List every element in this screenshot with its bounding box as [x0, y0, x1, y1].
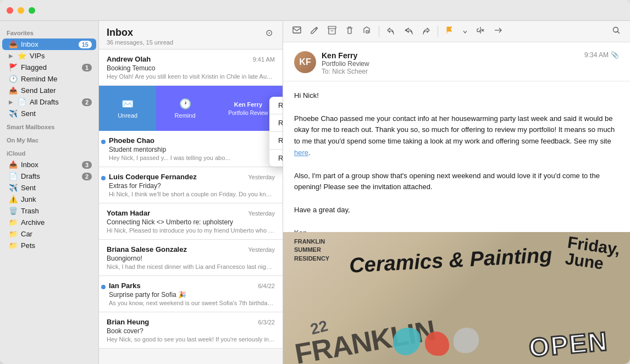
send-later-icon: 📤 [9, 86, 18, 95]
list-item[interactable]: Andrew Olah 9:41 AM Booking Temuco Hey O… [99, 49, 283, 86]
flag-button[interactable] [443, 24, 457, 38]
message-time: Yesterday [248, 210, 275, 217]
reply-all-button[interactable] [401, 24, 416, 38]
message-preview: Nick, I had the nicest dinner with Lia a… [107, 263, 275, 270]
list-item[interactable]: Ian Parks 6/4/22 Surprise party for Sofi… [99, 276, 283, 312]
sidebar-item-remind-me[interactable]: 🕐 Remind Me [2, 73, 96, 85]
email-paragraph-2: Also, I'm part of a group show that's op… [294, 170, 619, 194]
portfolio-link[interactable]: here [294, 148, 308, 157]
inbox-badge: 15 [79, 41, 92, 48]
open-label: OPEN [528, 326, 609, 363]
remind-1hour[interactable]: Remind me in 1 hour [269, 97, 283, 114]
sidebar-item-icloud-inbox[interactable]: 📥 Inbox 3 [2, 159, 96, 170]
remind-swipe-button[interactable]: 🕐 Remind [156, 86, 213, 131]
svg-rect-0 [293, 27, 301, 33]
sidebar-label-inbox: Inbox [21, 40, 75, 48]
sidebar-item-inbox[interactable]: 📥 Inbox 15 [2, 38, 96, 50]
unread-label: Unread [118, 112, 137, 119]
attachment-icon: 📎 [611, 51, 619, 59]
avatar: KF [294, 51, 316, 73]
list-item[interactable]: Phoebe Chao Student mentorship Hey Nick,… [99, 131, 283, 167]
ken-sender: Ken Ferry [234, 101, 262, 108]
teal-bubble [393, 328, 421, 355]
sidebar-item-icloud-sent[interactable]: ✈️ Sent [2, 182, 96, 194]
exhibit-image: FRANKLINSUMMERRESIDENCY Friday,June Cera… [283, 232, 630, 364]
message-sender: Luis Coderque Fernandez [109, 173, 197, 181]
colored-bubbles [393, 327, 479, 356]
move-button[interactable] [360, 24, 374, 38]
message-subject: Buongiorno! [107, 255, 275, 262]
ceramics-painting-label: Ceramics & Painting [349, 243, 552, 277]
all-drafts-badge: 2 [82, 98, 92, 106]
sidebar-item-sent[interactable]: ✈️ Sent [2, 108, 96, 119]
close-button[interactable] [7, 7, 13, 14]
sidebar-item-all-drafts[interactable]: ▶ 📄 All Drafts 2 [2, 96, 96, 108]
reply-button[interactable] [384, 24, 398, 38]
toolbar-separator-2 [438, 26, 438, 37]
list-item[interactable]: Yotam Hadar Yesterday Connecting Nick <>… [99, 203, 283, 240]
icloud-drafts-badge: 2 [82, 173, 92, 180]
message-preview: Hey Nick, so good to see you last week! … [107, 336, 275, 343]
on-my-mac-section-label: On My Mac [0, 133, 98, 146]
icloud-section-label: iCloud [0, 146, 98, 159]
icloud-sent-icon: ✈️ [9, 184, 18, 192]
message-list-header: Inbox ⊙ 36 messages, 15 unread [99, 21, 283, 49]
message-item-header: Briana Salese Gonzalez Yesterday [107, 245, 275, 253]
message-sender: Phoebe Chao [109, 136, 154, 145]
sidebar-item-icloud-pets[interactable]: 📁 Pets [2, 240, 96, 251]
minimize-button[interactable] [18, 7, 24, 14]
trash-button[interactable] [342, 24, 357, 38]
more-toolbar-button[interactable] [491, 24, 505, 38]
list-item[interactable]: Brian Heung 6/3/22 Book cover? Hey Nick,… [99, 312, 283, 349]
flag-dropdown-button[interactable] [460, 25, 470, 38]
email-greeting: Hi Nick! [294, 90, 619, 102]
message-preview: Hi Nick, Pleased to introduce you to my … [107, 227, 275, 234]
mail-window: Favorites 📥 Inbox 15 ▶ ⭐ VIPs 🚩 Flagged … [0, 0, 630, 364]
remind-dropdown: Remind me in 1 hour Remind me Tonight Re… [269, 97, 283, 167]
message-time: Yesterday [248, 246, 275, 253]
filter-button[interactable]: ⊙ [263, 26, 275, 39]
sidebar-item-icloud-car[interactable]: 📁 Car [2, 228, 96, 240]
sidebar-label-icloud-archive: Archive [21, 218, 92, 227]
message-list-subtitle: 36 messages, 15 unread [107, 39, 275, 46]
toolbar-separator [379, 26, 379, 37]
remind-tonight[interactable]: Remind me Tonight [269, 114, 283, 131]
sidebar-item-icloud-drafts[interactable]: 📄 Drafts 2 [2, 170, 96, 182]
remind-later[interactable]: Remind me Later... [269, 150, 283, 167]
icloud-archive-icon: 📁 [9, 218, 18, 227]
email-from-info: Ken Ferry Portfolio Review To: Nick Sche… [322, 51, 579, 75]
email-closing: Have a great day, [294, 205, 619, 216]
sidebar-item-icloud-trash[interactable]: 🗑️ Trash [2, 205, 96, 217]
search-button[interactable] [609, 24, 623, 38]
unread-indicator [101, 176, 106, 180]
list-item[interactable]: Briana Salese Gonzalez Yesterday Buongio… [99, 240, 283, 276]
list-item[interactable]: Luis Coderque Fernandez Yesterday Extras… [99, 167, 283, 203]
message-subject: Connecting Nick <> Umberto re: upholster… [107, 218, 275, 226]
mute-button[interactable] [473, 24, 488, 38]
sidebar-item-icloud-junk[interactable]: ⚠️ Junk [2, 194, 96, 205]
swipe-actions: ✉️ Unread 🕐 Remind Ken Ferry Portfolio R… [99, 86, 283, 131]
icloud-car-icon: 📁 [9, 230, 18, 238]
sidebar-item-flagged[interactable]: 🚩 Flagged 1 [2, 62, 96, 73]
maximize-button[interactable] [29, 7, 35, 14]
icloud-junk-icon: ⚠️ [9, 195, 18, 203]
ken-subject: Portfolio Review [228, 110, 268, 116]
remind-icon: 🕐 [179, 98, 191, 110]
sidebar-item-vips[interactable]: ▶ ⭐ VIPs [2, 50, 96, 62]
icloud-trash-icon: 🗑️ [9, 207, 18, 215]
forward-button[interactable] [419, 24, 433, 38]
sidebar-item-send-later[interactable]: 📤 Send Later [2, 85, 96, 96]
archive-button[interactable] [325, 24, 339, 38]
compose-button[interactable] [307, 24, 322, 38]
unread-swipe-button[interactable]: ✉️ Unread [99, 86, 156, 131]
all-drafts-icon: 📄 [18, 98, 26, 106]
email-header: KF Ken Ferry Portfolio Review To: Nick S… [283, 42, 630, 81]
email-timestamp: 9:34 AM 📎 [584, 51, 619, 59]
svg-rect-2 [366, 31, 368, 33]
svg-rect-1 [328, 26, 336, 29]
sidebar-label-sent: Sent [21, 109, 92, 118]
sidebar-item-icloud-archive[interactable]: 📁 Archive [2, 217, 96, 228]
new-message-button[interactable] [290, 24, 304, 38]
remind-tomorrow[interactable]: Remind me Tomorrow [269, 132, 283, 149]
red-bubble [425, 332, 449, 356]
